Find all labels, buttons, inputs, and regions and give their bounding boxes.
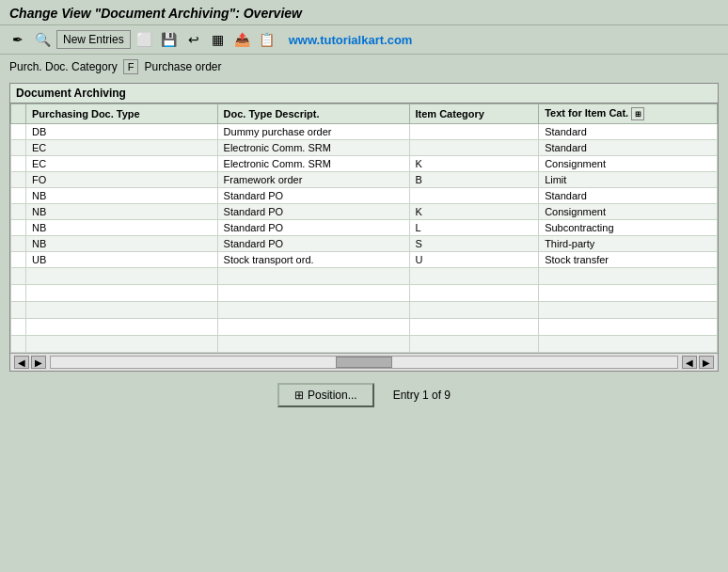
- entry-info: Entry 1 of 9: [393, 389, 451, 402]
- cell-doc_type: NB: [26, 188, 218, 204]
- table-row[interactable]: UBStock transport ord.UStock transfer: [11, 252, 718, 268]
- empty-cell: [26, 285, 218, 302]
- empty-cell: [409, 336, 539, 353]
- table-row-empty: [11, 319, 718, 336]
- new-entries-label: New Entries: [63, 33, 124, 46]
- clipboard-icon[interactable]: 📋: [257, 29, 277, 50]
- table-row-empty: [11, 285, 718, 302]
- empty-cell: [11, 285, 26, 302]
- cell-text_item: Standard: [539, 140, 718, 156]
- cell-item_cat: U: [409, 252, 539, 268]
- save-icon[interactable]: 💾: [159, 29, 180, 50]
- row-selector-cell[interactable]: [11, 172, 26, 188]
- row-selector-cell[interactable]: [11, 140, 26, 156]
- empty-cell: [217, 302, 409, 319]
- scroll-track[interactable]: [50, 356, 678, 369]
- empty-cell: [539, 268, 718, 285]
- filter-key: F: [123, 59, 139, 74]
- col-header-doc-type[interactable]: Purchasing Doc. Type: [26, 104, 218, 124]
- empty-cell: [539, 319, 718, 336]
- row-selector-cell[interactable]: [11, 156, 26, 172]
- column-resize-icon[interactable]: ⊞: [631, 107, 644, 120]
- new-entries-button[interactable]: New Entries: [56, 30, 131, 49]
- empty-cell: [409, 319, 539, 336]
- cell-text_item: Standard: [539, 188, 718, 204]
- cell-doc_desc: Stock transport ord.: [217, 252, 409, 268]
- empty-cell: [11, 302, 26, 319]
- empty-cell: [11, 336, 26, 353]
- table-icon[interactable]: ▦: [208, 29, 229, 50]
- empty-cell: [26, 319, 218, 336]
- table-row[interactable]: NBStandard POKConsignment: [11, 204, 718, 220]
- table-row[interactable]: DBDummy purchase orderStandard: [11, 124, 718, 140]
- find-icon[interactable]: 🔍: [32, 29, 53, 50]
- empty-cell: [11, 268, 26, 285]
- cell-item_cat: [409, 188, 539, 204]
- empty-cell: [26, 268, 218, 285]
- empty-cell: [11, 319, 26, 336]
- undo-icon[interactable]: ↩: [183, 29, 204, 50]
- cell-doc_type: EC: [26, 156, 218, 172]
- scroll-thumb[interactable]: [336, 357, 392, 368]
- edit-icon[interactable]: ✒: [8, 29, 28, 50]
- cell-doc_type: NB: [26, 220, 218, 236]
- cell-text_item: Subcontracting: [539, 220, 718, 236]
- scroll-right-button-small[interactable]: ▶: [31, 356, 46, 369]
- row-selector-cell[interactable]: [11, 252, 26, 268]
- col-header-item-cat[interactable]: Item Category: [409, 104, 539, 124]
- position-button[interactable]: ⊞ Position...: [277, 383, 374, 407]
- cell-item_cat: K: [409, 156, 539, 172]
- table-scroll-area[interactable]: Purchasing Doc. Type Doc. Type Descript.…: [10, 103, 718, 353]
- row-selector-cell[interactable]: [11, 220, 26, 236]
- scroll-left-button[interactable]: ◀: [14, 356, 29, 369]
- data-table: Purchasing Doc. Type Doc. Type Descript.…: [10, 103, 718, 353]
- table-row[interactable]: NBStandard POSThird-party: [11, 236, 718, 252]
- page-title: Change View "Document Archiving": Overvi…: [9, 6, 302, 21]
- empty-cell: [26, 336, 218, 353]
- col-header-doc-desc[interactable]: Doc. Type Descript.: [217, 104, 409, 124]
- cell-text_item: Consignment: [539, 204, 718, 220]
- row-selector-cell[interactable]: [11, 204, 26, 220]
- cell-doc_desc: Framework order: [217, 172, 409, 188]
- empty-cell: [217, 319, 409, 336]
- position-icon: ⊞: [294, 389, 304, 402]
- empty-cell: [409, 285, 539, 302]
- title-bar: Change View "Document Archiving": Overvi…: [0, 0, 728, 25]
- cell-text_item: Third-party: [539, 236, 718, 252]
- cell-item_cat: [409, 124, 539, 140]
- horizontal-scrollbar[interactable]: ◀ ▶ ◀ ▶: [10, 353, 718, 371]
- filter-label: Purch. Doc. Category: [9, 60, 118, 73]
- empty-cell: [217, 285, 409, 302]
- copy-icon[interactable]: ⬜: [135, 29, 155, 50]
- cell-doc_type: FO: [26, 172, 218, 188]
- empty-cell: [539, 285, 718, 302]
- empty-cell: [539, 336, 718, 353]
- cell-doc_desc: Electronic Comm. SRM: [217, 140, 409, 156]
- row-selector-cell[interactable]: [11, 188, 26, 204]
- table-row[interactable]: NBStandard POStandard: [11, 188, 718, 204]
- col-header-text-item[interactable]: Text for Item Cat. ⊞: [539, 104, 718, 124]
- table-row[interactable]: ECElectronic Comm. SRMStandard: [11, 140, 718, 156]
- row-selector-cell[interactable]: [11, 236, 26, 252]
- table-row[interactable]: FOFramework orderBLimit: [11, 172, 718, 188]
- cell-doc_type: EC: [26, 140, 218, 156]
- cell-item_cat: [409, 140, 539, 156]
- bottom-area: ⊞ Position... Entry 1 of 9: [0, 375, 728, 415]
- empty-cell: [539, 302, 718, 319]
- toolbar-url: www.tutorialkart.com: [289, 33, 413, 47]
- empty-cell: [26, 302, 218, 319]
- toolbar: ✒ 🔍 New Entries ⬜ 💾 ↩ ▦ 📤 📋 www.tutorial…: [0, 25, 728, 55]
- cell-doc_desc: Electronic Comm. SRM: [217, 156, 409, 172]
- cell-doc_desc: Standard PO: [217, 188, 409, 204]
- table-row[interactable]: ECElectronic Comm. SRMKConsignment: [11, 156, 718, 172]
- table-container: Purchasing Doc. Type Doc. Type Descript.…: [10, 103, 718, 371]
- scroll-right-btn2[interactable]: ▶: [699, 356, 714, 369]
- cell-doc_type: NB: [26, 204, 218, 220]
- table-row[interactable]: NBStandard POLSubcontracting: [11, 220, 718, 236]
- scroll-right-btn1[interactable]: ◀: [682, 356, 697, 369]
- scroll-right-buttons: ◀ ▶: [682, 356, 714, 369]
- row-selector-cell[interactable]: [11, 124, 26, 140]
- export-icon[interactable]: 📤: [232, 29, 253, 50]
- cell-text_item: Stock transfer: [539, 252, 718, 268]
- col-header-sel: [11, 104, 26, 124]
